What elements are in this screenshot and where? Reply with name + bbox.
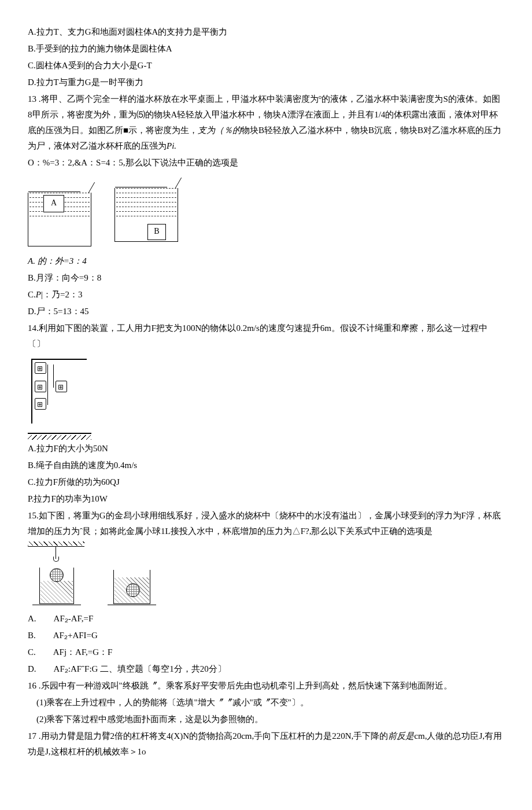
q12-option-c: C.圆柱体A受到的合力大小是G-T xyxy=(28,58,504,73)
hook-icon xyxy=(53,557,59,562)
q13-option-a: A. 的：外=3：4 xyxy=(28,253,504,269)
q13-option-d: D.尸：5=13：45 xyxy=(28,304,504,319)
q14-option-c: C.拉力F所做的功为60QJ xyxy=(28,474,504,490)
q14-option-b: B.绳子自由跳的速度为0.4m/s xyxy=(28,458,504,473)
q17-stem: 17 .用动力臂是阻力臂2倍的杠杆将支4(X)N的货物抬高20cm,手向下压杠杆… xyxy=(28,728,504,760)
q16-stem: 16 .乐园中有一种游戏叫"终极跳〞。乘客系好平安带后先由也动机牵引上升到高处，… xyxy=(28,678,504,694)
q12-option-d: D.拉力T与重力G是一时平衡力 xyxy=(28,75,504,90)
block-a-label: A xyxy=(43,195,64,212)
block-b-label: B xyxy=(147,224,166,240)
q13-stem-line2: O：%=3：2,&A：S=4：5,那么以下说法中正确的选项是 xyxy=(28,155,504,171)
q15-option-a: A. AF₂-AF,=F xyxy=(28,611,504,627)
q16-part2: (2)乘客下落过程中感觉地面扑面而来，这是以为参照物的。 xyxy=(28,712,504,727)
q14-diagram: ⊞ ⊞ ⊞ ⊞ xyxy=(28,359,91,434)
q14-option-a: A.拉力F的大小为50N xyxy=(28,441,504,456)
q13-diagram: A B xyxy=(28,178,504,246)
q16-part1: (1)乘客在上升过程中，人的势能将〔选填"增大〞〞减小"或〞不变"〕。 xyxy=(28,695,504,710)
metal-ball-icon xyxy=(50,568,64,582)
q15-option-d: D. AF₂:AFˆF:G 二、填空题〔每空1分，共20分〕 xyxy=(28,661,504,677)
q15-option-b: B. AF₂+AFI=G xyxy=(28,628,504,643)
q14-option-d: P.拉力F的功率为10W xyxy=(28,491,504,507)
metal-ball-icon xyxy=(126,583,140,597)
q15-option-c: C. AFj：AF,=G：F xyxy=(28,645,504,660)
q15-stem: 15.如下图，将重为G的金舄小球用细线系好，浸入盛水的烧杯中〔烧杯中的水没有溢出… xyxy=(28,508,504,539)
q13-option-c: C.P|：乃=2：3 xyxy=(28,287,504,303)
q12-option-b: B.手受到的拉力的施力物体是圆柱体A xyxy=(28,41,504,57)
q15-diagram xyxy=(28,546,504,604)
q13-option-b: B.月浮：向今=9：8 xyxy=(28,270,504,286)
q14-stem: 14.利用如下图的装置，工人用力F把支为100N的物体以0.2m/s的速度匀速提… xyxy=(28,321,504,352)
q13-stem: 13 .将甲、乙两个完全一样的溢水杯放在水平桌面上，甲溢水杯中装满密度为°的液体… xyxy=(28,91,504,154)
q12-option-a: A.拉力T、支力G和地面对圆柱体A的支持力是平衡力 xyxy=(28,24,504,40)
